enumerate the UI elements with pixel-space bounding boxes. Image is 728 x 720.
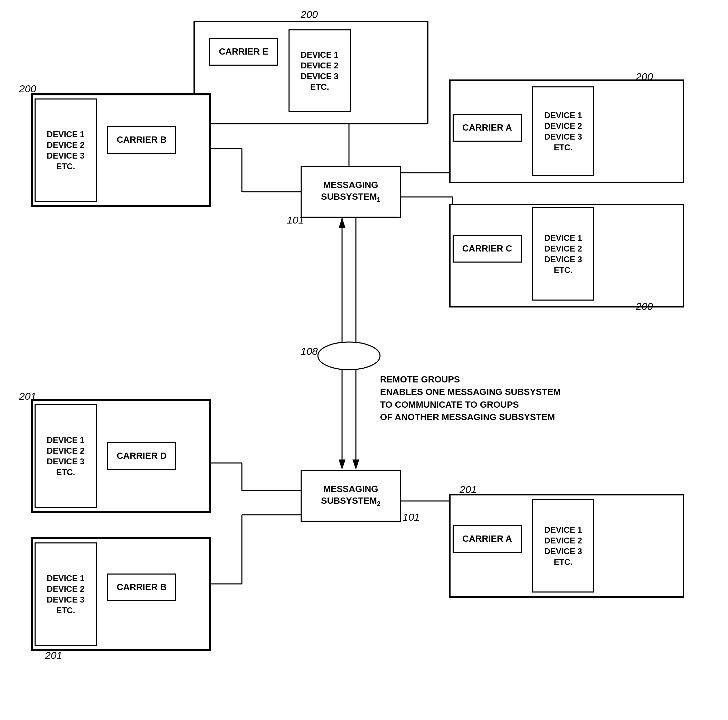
ref-200-right-top: 200 <box>636 71 653 83</box>
carrier-d-box: CARRIER D <box>107 442 176 470</box>
carrier-a-top-label: CARRIER A <box>462 122 512 134</box>
devices-e-label: DEVICE 1 DEVICE 2 DEVICE 3 ETC. <box>301 49 338 93</box>
carrier-a-bottom-label: CARRIER A <box>462 533 512 545</box>
devices-c-box: DEVICE 1 DEVICE 2 DEVICE 3 ETC. <box>532 207 594 301</box>
devices-b-bottom-label: DEVICE 1 DEVICE 2 DEVICE 3 ETC. <box>47 573 84 616</box>
ref-201-left-bottom: 201 <box>45 650 62 661</box>
carrier-d-label: CARRIER D <box>117 450 167 462</box>
diagram: 200 CARRIER E DEVICE 1 DEVICE 2 DEVICE 3… <box>0 0 728 720</box>
devices-a-top-label: DEVICE 1 DEVICE 2 DEVICE 3 ETC. <box>544 110 582 153</box>
svg-marker-16 <box>339 460 346 470</box>
devices-a-bottom-box: DEVICE 1 DEVICE 2 DEVICE 3 ETC. <box>532 499 594 593</box>
devices-d-box: DEVICE 1 DEVICE 2 DEVICE 3 ETC. <box>35 404 97 508</box>
devices-e-box: DEVICE 1 DEVICE 2 DEVICE 3 ETC. <box>289 29 351 112</box>
carrier-e-box: CARRIER E <box>209 38 278 66</box>
messaging-subsystem-1-box: MESSAGING SUBSYSTEM1 <box>301 166 401 218</box>
annotation-line2: ENABLES ONE MESSAGING SUBSYSTEM <box>380 385 561 398</box>
carrier-a-bottom-box: CARRIER A <box>453 525 522 553</box>
ref-201-right: 201 <box>460 484 477 495</box>
ref-200-top: 200 <box>301 9 318 20</box>
devices-b-bottom-box: DEVICE 1 DEVICE 2 DEVICE 3 ETC. <box>35 543 97 646</box>
devices-d-label: DEVICE 1 DEVICE 2 DEVICE 3 ETC. <box>47 435 84 478</box>
ref-200-left: 200 <box>19 83 36 95</box>
messaging-subsystem-1-label: MESSAGING SUBSYSTEM1 <box>321 179 381 204</box>
devices-a-bottom-label: DEVICE 1 DEVICE 2 DEVICE 3 ETC. <box>544 524 582 568</box>
svg-marker-18 <box>339 218 346 228</box>
carrier-b-top-box: CARRIER B <box>107 126 176 154</box>
ref-101-bottom: 101 <box>402 511 420 523</box>
devices-a-top-box: DEVICE 1 DEVICE 2 DEVICE 3 ETC. <box>532 86 594 176</box>
annotation-line4: OF ANOTHER MESSAGING SUBSYSTEM <box>380 411 561 423</box>
ref-101-top: 101 <box>287 214 304 226</box>
ref-108: 108 <box>301 345 318 357</box>
annotation-line3: TO COMMUNICATE TO GROUPS <box>380 398 561 411</box>
carrier-e-label: CARRIER E <box>219 46 268 58</box>
ref-200-right-bottom: 200 <box>636 301 653 312</box>
svg-point-28 <box>318 342 380 370</box>
devices-b-top-label: DEVICE 1 DEVICE 2 DEVICE 3 ETC. <box>47 129 84 172</box>
devices-c-label: DEVICE 1 DEVICE 2 DEVICE 3 ETC. <box>544 232 582 276</box>
svg-marker-17 <box>352 460 359 470</box>
carrier-c-box: CARRIER C <box>453 235 522 263</box>
carrier-c-label: CARRIER C <box>462 243 512 255</box>
messaging-subsystem-2-box: MESSAGING SUBSYSTEM2 <box>301 470 401 522</box>
ref-201-left-top: 201 <box>19 390 36 402</box>
carrier-b-bottom-box: CARRIER B <box>107 573 176 601</box>
carrier-a-top-box: CARRIER A <box>453 114 522 142</box>
annotation-line1: REMOTE GROUPS <box>380 373 561 385</box>
messaging-subsystem-2-label: MESSAGING SUBSYSTEM2 <box>321 483 381 508</box>
annotation-remote-groups: REMOTE GROUPS ENABLES ONE MESSAGING SUBS… <box>380 373 561 423</box>
carrier-b-bottom-label: CARRIER B <box>117 581 167 593</box>
devices-b-top-box: DEVICE 1 DEVICE 2 DEVICE 3 ETC. <box>35 98 97 202</box>
carrier-b-top-label: CARRIER B <box>117 134 167 146</box>
